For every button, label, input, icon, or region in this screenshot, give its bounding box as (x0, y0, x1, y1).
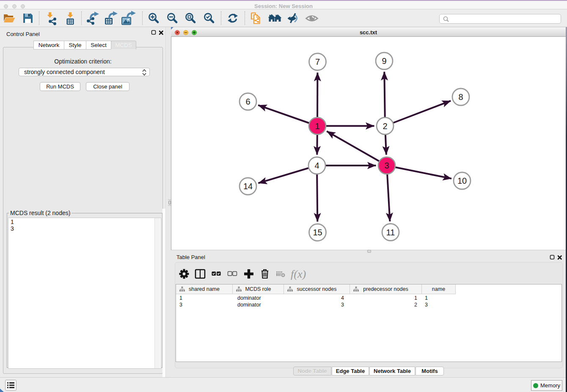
svg-text:10: 10 (457, 176, 467, 185)
svg-text:f(x): f(x) (291, 268, 306, 280)
svg-text:15: 15 (313, 228, 322, 237)
svg-text:6: 6 (245, 97, 250, 106)
svg-text:1: 1 (315, 121, 319, 131)
svg-text:7: 7 (315, 57, 320, 66)
svg-text:4: 4 (314, 161, 319, 170)
svg-text:8: 8 (458, 92, 463, 102)
svg-text:9: 9 (382, 56, 386, 66)
svg-text:3: 3 (384, 161, 389, 170)
svg-text:2: 2 (383, 121, 387, 131)
svg-text:11: 11 (386, 228, 395, 237)
svg-text:14: 14 (243, 182, 253, 191)
